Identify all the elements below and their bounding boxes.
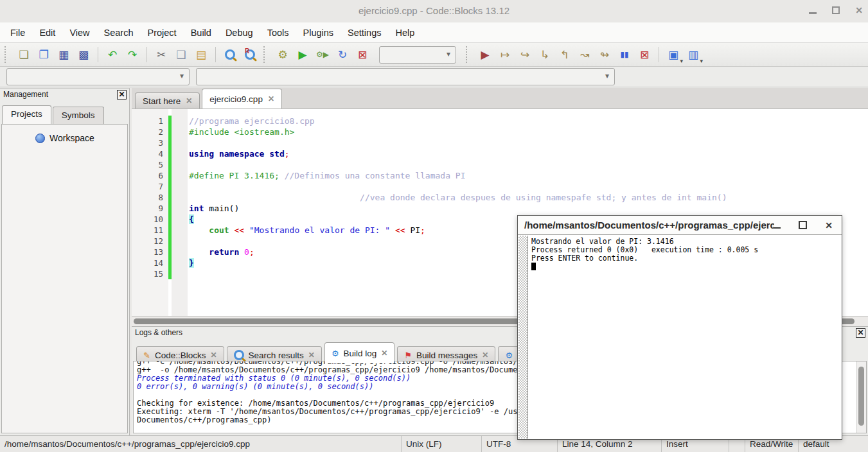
code-line: 4using namespace std;	[132, 148, 868, 159]
abort-build-button[interactable]: ⊠	[354, 46, 371, 63]
management-close-button[interactable]: ✕	[117, 90, 127, 100]
fold-margin[interactable]	[172, 236, 188, 247]
build-target-combo[interactable]	[379, 46, 456, 64]
tab-ejercicio9-cpp[interactable]: ejercicio9.cpp✕	[202, 89, 282, 109]
fold-margin[interactable]	[172, 257, 188, 268]
tab-close-icon[interactable]: ✕	[308, 351, 315, 360]
scope-combo[interactable]	[6, 68, 190, 85]
tab-start-here[interactable]: Start here✕	[135, 92, 200, 109]
stop-debugger-button[interactable]: ⊠	[636, 46, 653, 63]
search-results-icon	[234, 350, 244, 360]
menu-settings[interactable]: Settings	[341, 28, 388, 38]
console-title-bar[interactable]: /home/msantos/Documentos/c++/programas_c…	[518, 216, 842, 235]
code-line: 6#define PI 3.1416; //Definimos una cons…	[132, 170, 868, 181]
menu-plugins[interactable]: Plugins	[296, 28, 341, 38]
fold-margin[interactable]	[172, 225, 188, 236]
tab-close-icon[interactable]: ✕	[210, 351, 217, 360]
new-file-button[interactable]: ❏	[15, 46, 32, 63]
find-button[interactable]	[222, 46, 238, 63]
various-info-icon: ▥	[688, 49, 698, 60]
console-window[interactable]: /home/msantos/Documentos/c++/programas_c…	[517, 215, 842, 440]
toolbar-grip[interactable]	[466, 46, 472, 63]
console-line: Process returned 0 (0x0) execution time …	[531, 246, 840, 254]
fold-margin[interactable]	[172, 203, 188, 214]
copy-button[interactable]: ❑	[173, 46, 190, 63]
toolbar-grip[interactable]	[4, 46, 10, 63]
minimize-icon[interactable]	[809, 12, 817, 14]
undo-button[interactable]: ↶	[104, 46, 121, 63]
tab-build-log[interactable]: ⚙Build log✕	[324, 342, 395, 363]
fold-margin[interactable]	[172, 214, 188, 225]
tab-close-icon[interactable]: ✕	[268, 94, 274, 103]
redo-icon: ↷	[128, 49, 137, 60]
rebuild-button[interactable]: ↻	[334, 46, 351, 63]
step-into-button[interactable]: ↳	[536, 46, 553, 63]
next-line-button[interactable]: ↪	[517, 46, 533, 63]
console-cursor	[531, 263, 536, 270]
build-button[interactable]: ⚙	[274, 46, 291, 63]
function-combo[interactable]	[196, 68, 615, 85]
menu-search[interactable]: Search	[97, 28, 141, 38]
menu-tools[interactable]: Tools	[260, 28, 296, 38]
console-scrollbar[interactable]	[518, 236, 528, 439]
logs-close-button[interactable]: ✕	[856, 328, 865, 338]
next-instruction-button[interactable]: ↝	[576, 46, 593, 63]
fold-margin[interactable]	[172, 192, 188, 203]
fold-margin[interactable]	[172, 126, 188, 137]
run-to-cursor-button[interactable]: ↦	[497, 46, 513, 63]
debug-continue-button[interactable]: ▶	[477, 46, 493, 63]
toolbar-grip[interactable]	[263, 46, 269, 63]
debugging-windows-button[interactable]: ▣▾	[665, 46, 682, 63]
console-body[interactable]: Mostrando el valor de PI: 3.1416Process …	[518, 235, 842, 439]
tab-close-icon[interactable]: ✕	[482, 351, 488, 360]
open-file-button[interactable]: ❐	[35, 46, 52, 63]
break-debugger-button[interactable]: ▮▮	[616, 46, 633, 63]
console-close-icon[interactable]: ✕	[825, 221, 833, 230]
fold-margin[interactable]	[172, 268, 188, 279]
console-minimize-icon[interactable]	[774, 227, 781, 229]
fold-margin[interactable]	[172, 181, 188, 192]
close-icon[interactable]: ✕	[855, 6, 863, 15]
code-blocks-icon: ✎	[143, 351, 150, 360]
cut-button[interactable]: ✂	[153, 46, 170, 63]
tab-close-icon[interactable]: ✕	[186, 96, 192, 105]
menu-view[interactable]: View	[62, 28, 96, 38]
line-number: 4	[132, 148, 168, 159]
save-button[interactable]: ▦	[55, 46, 72, 63]
menu-help[interactable]: Help	[388, 28, 421, 38]
tab-projects[interactable]: Projects	[2, 105, 51, 124]
fold-margin[interactable]	[172, 159, 188, 170]
menu-project[interactable]: Project	[141, 28, 184, 38]
various-info-button[interactable]: ▥▾	[685, 46, 702, 63]
tab-close-icon[interactable]: ✕	[381, 349, 387, 358]
logs-vscrollbar[interactable]	[856, 361, 866, 433]
line-number: 13	[132, 247, 168, 257]
save-all-button[interactable]: ▩	[75, 46, 92, 63]
step-out-button[interactable]: ↰	[556, 46, 573, 63]
menu-build[interactable]: Build	[184, 28, 218, 38]
fold-margin[interactable]	[172, 247, 188, 257]
menu-edit[interactable]: Edit	[32, 28, 62, 38]
line-number: 12	[132, 236, 168, 247]
build-and-run-button[interactable]: ⚙▶	[314, 46, 331, 63]
replace-button[interactable]: R	[242, 46, 258, 63]
step-into-instruction-button[interactable]: ↬	[596, 46, 613, 63]
workspace-item[interactable]: Workspace	[35, 133, 127, 143]
run-button[interactable]: ▶	[294, 46, 311, 63]
menu-debug[interactable]: Debug	[218, 28, 260, 38]
tab-label: Code::Blocks	[155, 351, 206, 360]
fold-margin[interactable]	[172, 137, 188, 148]
maximize-icon[interactable]	[832, 6, 840, 14]
code-line: 2#include <iostream.h>	[132, 126, 868, 137]
line-number: 8	[132, 192, 168, 203]
fold-margin[interactable]	[172, 116, 188, 126]
tab-symbols[interactable]: Symbols	[53, 107, 104, 124]
line-number: 9	[132, 203, 168, 214]
fold-margin[interactable]	[172, 170, 188, 181]
fold-margin[interactable]	[172, 148, 188, 159]
paste-button[interactable]: ▤	[193, 46, 209, 63]
menu-file[interactable]: File	[3, 28, 32, 38]
logs-vscrollbar-thumb[interactable]	[858, 367, 864, 426]
console-maximize-icon[interactable]	[799, 221, 807, 229]
redo-button[interactable]: ↷	[124, 46, 141, 63]
